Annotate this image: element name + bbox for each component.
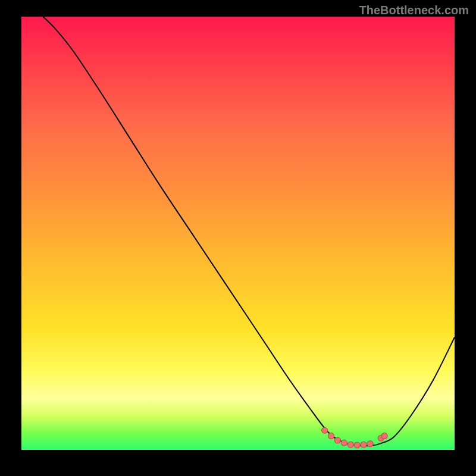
chart-svg [21,17,455,450]
optimal-marker [334,437,340,443]
optimal-marker [361,441,367,447]
optimal-marker [341,440,347,446]
attribution-text: TheBottleneck.com [359,4,469,17]
optimal-marker [354,442,360,448]
optimal-marker [367,441,373,447]
optimal-marker [381,433,387,439]
chart-plot-area [21,17,455,450]
optimal-marker [328,433,334,439]
bottleneck-curve-line [43,17,455,446]
optimal-marker [347,441,353,447]
optimal-marker [322,427,328,433]
